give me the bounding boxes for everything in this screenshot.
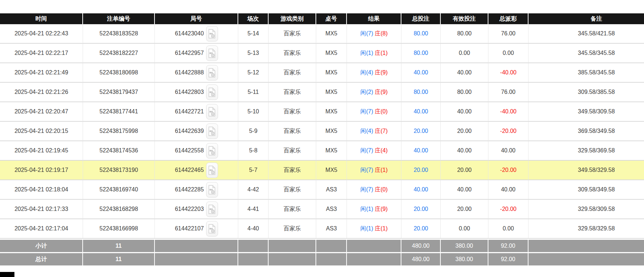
cell-remark: 349.58/329.58	[528, 161, 644, 180]
column-header-remark: 备注	[528, 13, 644, 24]
cell-time: 2025-04-21 02:20:47	[0, 102, 83, 122]
cell-valid-bet: 40.00	[441, 141, 488, 161]
video-playback-button[interactable]	[206, 26, 218, 42]
cell-table-no: AS3	[316, 219, 347, 239]
cell-result: 闲(1) 庄(1)	[347, 219, 401, 239]
grandtotal-row-empty	[528, 252, 644, 265]
column-header-total_payout: 总派彩	[488, 13, 528, 24]
table-row-highlighted[interactable]: 2025-04-21 02:19:17522438173190614422465…	[0, 161, 644, 180]
table-row[interactable]: 2025-04-21 02:22:17522438182227614422957…	[0, 44, 644, 63]
video-playback-button[interactable]	[206, 202, 218, 217]
result-player: 闲(7)	[360, 147, 373, 153]
cell-total-bet: 40.00	[401, 102, 441, 122]
cell-total-bet: 20.00	[401, 161, 441, 180]
video-playback-button[interactable]	[206, 104, 218, 120]
video-playback-button[interactable]	[206, 85, 218, 100]
cell-game-type: 百家乐	[269, 122, 316, 141]
subtotal-row-valid-bet: 380.00	[441, 239, 488, 252]
column-header-table_no: 桌号	[316, 13, 347, 24]
table-row[interactable]: 2025-04-21 02:19:45522438174536614422558…	[0, 141, 644, 161]
video-file-icon	[208, 185, 216, 195]
cell-session: 5-12	[238, 63, 269, 83]
video-playback-button[interactable]	[206, 124, 218, 139]
cell-total-payout: -40.00	[488, 102, 528, 122]
video-playback-button[interactable]	[206, 65, 218, 81]
table-row[interactable]: 2025-04-21 02:17:04522438166998614422107…	[0, 219, 644, 239]
round-id-group: 614422465	[155, 163, 238, 178]
grandtotal-row-count: 11	[83, 252, 155, 265]
video-file-icon	[208, 29, 216, 39]
cell-result: 闲(4) 庄(9)	[347, 63, 401, 83]
video-playback-button[interactable]	[206, 46, 218, 61]
video-file-icon	[208, 204, 216, 214]
cell-table-no: AS3	[316, 200, 347, 219]
video-playback-button[interactable]	[206, 143, 218, 159]
cell-round-id: 614422285	[155, 180, 238, 200]
cell-remark: 345.58/345.58	[528, 44, 644, 63]
cell-total-bet: 80.00	[401, 83, 441, 102]
round-id-text: 614422639	[175, 128, 204, 134]
round-id-text: 614422203	[175, 206, 204, 212]
video-file-icon	[208, 48, 216, 58]
cell-valid-bet: 40.00	[441, 63, 488, 83]
cell-valid-bet: 40.00	[441, 180, 488, 200]
column-header-valid_bet: 有效投注	[441, 13, 488, 24]
round-id-text: 614422465	[175, 167, 204, 173]
cell-total-bet: 40.00	[401, 141, 441, 161]
betting-records-table: 时间注单编号局号场次游戏类别桌号结果总投注有效投注总派彩备注 2025-04-2…	[0, 13, 644, 265]
table-row[interactable]: 2025-04-21 02:20:47522438177441614422721…	[0, 102, 644, 122]
cell-remark: 309.58/349.58	[528, 180, 644, 200]
table-header-row: 时间注单编号局号场次游戏类别桌号结果总投注有效投注总派彩备注	[0, 13, 644, 24]
result-banker: 庄(8)	[375, 30, 388, 36]
video-file-icon	[208, 87, 216, 97]
result-player: 闲(2)	[360, 89, 373, 95]
cell-table-no: MX5	[316, 44, 347, 63]
table-row[interactable]: 2025-04-21 02:18:04522438169740614422285…	[0, 180, 644, 200]
cell-total-bet: 40.00	[401, 180, 441, 200]
cell-round-id: 614422957	[155, 44, 238, 63]
result-banker: 庄(1)	[375, 50, 388, 56]
video-file-icon	[208, 107, 216, 117]
round-id-text: 614423040	[175, 30, 204, 37]
cell-round-id: 614422803	[155, 83, 238, 102]
grandtotal-row-empty	[238, 252, 269, 265]
table-row[interactable]: 2025-04-21 02:17:33522438168298614422203…	[0, 200, 644, 219]
video-playback-button[interactable]	[206, 163, 218, 178]
table-row[interactable]: 2025-04-21 02:21:49522438180698614422888…	[0, 63, 644, 83]
cell-table-no: MX5	[316, 161, 347, 180]
cell-table-no: MX5	[316, 24, 347, 44]
column-header-round_id: 局号	[155, 13, 238, 24]
cell-total-payout: 40.00	[488, 141, 528, 161]
table-row[interactable]: 2025-04-21 02:20:15522438175998614422639…	[0, 122, 644, 141]
column-header-bet_id: 注单编号	[83, 13, 155, 24]
cell-result: 闲(7) 庄(0)	[347, 180, 401, 200]
cell-valid-bet: 80.00	[441, 83, 488, 102]
cell-result: 闲(7) 庄(4)	[347, 141, 401, 161]
result-player: 闲(7)	[360, 30, 373, 36]
cell-remark: 349.58/309.58	[528, 102, 644, 122]
cell-time: 2025-04-21 02:17:04	[0, 219, 83, 239]
cell-remark: 345.58/421.58	[528, 24, 644, 44]
cell-table-no: MX5	[316, 102, 347, 122]
cell-table-no: MX5	[316, 141, 347, 161]
cell-session: 5-8	[238, 141, 269, 161]
cell-bet-id: 522438182227	[83, 44, 155, 63]
video-playback-button[interactable]	[206, 182, 218, 198]
video-playback-button[interactable]	[206, 221, 218, 237]
subtotal-row-label: 小计	[0, 239, 83, 252]
subtotal-row-empty	[238, 239, 269, 252]
cell-bet-id: 522438180698	[83, 63, 155, 83]
cell-session: 5-14	[238, 24, 269, 44]
table-row[interactable]: 2025-04-21 02:22:43522438183528614423040…	[0, 24, 644, 44]
cell-round-id: 614422721	[155, 102, 238, 122]
cell-bet-id: 522438168298	[83, 200, 155, 219]
table-row[interactable]: 2025-04-21 02:21:26522438179437614422803…	[0, 83, 644, 102]
cell-session: 4-42	[238, 180, 269, 200]
betting-records-page: 时间注单编号局号场次游戏类别桌号结果总投注有效投注总派彩备注 2025-04-2…	[0, 0, 644, 277]
cell-total-bet: 20.00	[401, 200, 441, 219]
cell-session: 5-11	[238, 83, 269, 102]
cell-round-id: 614422465	[155, 161, 238, 180]
cell-session: 5-7	[238, 161, 269, 180]
cell-bet-id: 522438174536	[83, 141, 155, 161]
cell-game-type: 百家乐	[269, 24, 316, 44]
